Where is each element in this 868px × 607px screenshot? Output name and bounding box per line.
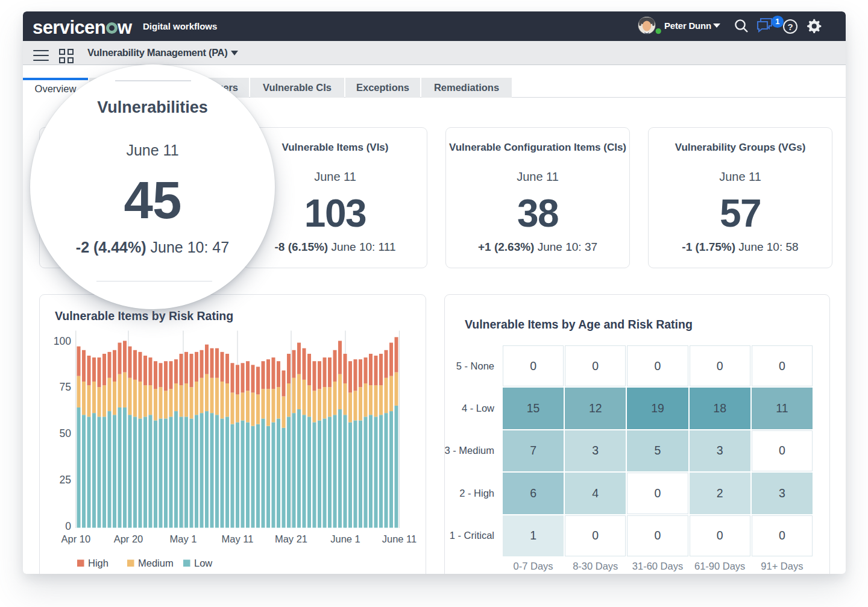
svg-text:Low: Low	[194, 558, 212, 568]
svg-text:50: 50	[60, 427, 72, 439]
svg-text:75: 75	[60, 381, 71, 393]
svg-text:100: 100	[54, 335, 71, 347]
svg-text:May 1: May 1	[170, 533, 197, 544]
svg-text:June 1: June 1	[330, 533, 360, 544]
svg-text:25: 25	[60, 474, 71, 486]
svg-text:Medium: Medium	[138, 558, 174, 568]
svg-text:High: High	[88, 558, 108, 568]
svg-text:June 11: June 11	[382, 533, 417, 544]
svg-text:May 11: May 11	[222, 533, 254, 544]
svg-text:Apr 10: Apr 10	[61, 533, 90, 544]
svg-text:0: 0	[65, 520, 71, 532]
svg-text:May 21: May 21	[275, 533, 307, 544]
svg-text:Apr 20: Apr 20	[114, 533, 143, 544]
